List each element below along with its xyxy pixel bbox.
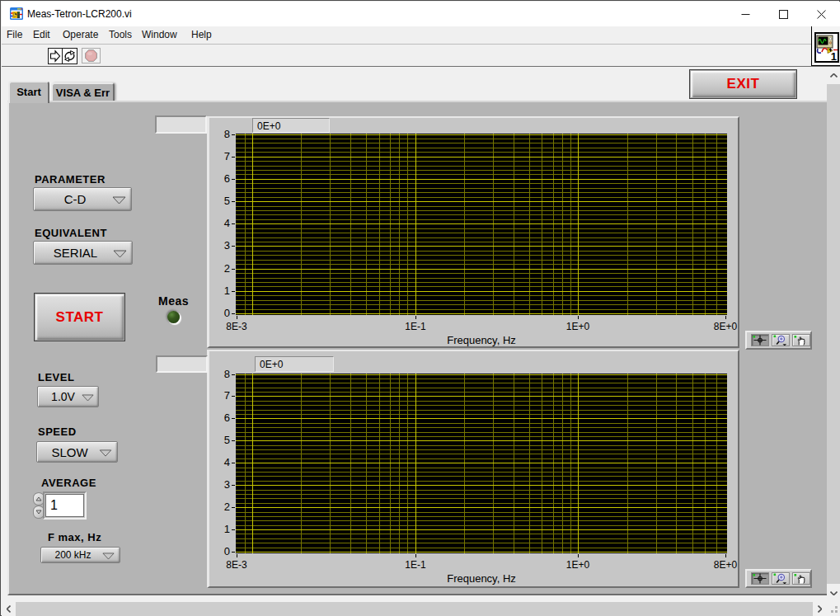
average-value: 1 [50, 498, 58, 513]
decrement-arrow-icon [35, 510, 42, 515]
upper-graph-xaxis-title: Frequency, Hz [432, 334, 531, 346]
chevron-up-icon [830, 73, 838, 78]
level-ring[interactable]: 1.0V [37, 386, 99, 407]
vertical-scroll-thumb[interactable] [827, 84, 840, 584]
lower-graph-xtickmark [415, 554, 416, 557]
run-arrow-icon [49, 49, 62, 63]
upper-graph-xtickmark [415, 316, 416, 319]
equivalent-label: EQUIVALENT [35, 227, 107, 239]
start-button[interactable]: START [34, 293, 125, 341]
dropdown-arrow-icon [102, 553, 115, 560]
close-button[interactable] [802, 2, 840, 26]
abort-button[interactable] [82, 48, 101, 63]
tab-start[interactable]: Start [8, 81, 49, 103]
upper-graph-ytick: 2 [210, 262, 230, 275]
upper-graph-indicator [155, 115, 207, 134]
toolbar [2, 45, 840, 67]
speed-ring[interactable]: SLOW [36, 441, 118, 463]
scroll-left-button[interactable] [2, 602, 16, 616]
meas-led[interactable] [167, 311, 180, 323]
upper-graph-ytick: 8 [210, 128, 230, 140]
upper-graph-ytick: 4 [210, 217, 230, 229]
crosshair-cursor-icon [752, 335, 768, 346]
lower-graph-plot-area[interactable] [236, 374, 727, 553]
lower-graph-ytick: 0 [210, 545, 230, 557]
menu-file[interactable]: File [7, 29, 22, 40]
upper-graph-ytickmark [232, 246, 235, 247]
run-button[interactable] [48, 48, 63, 64]
upper-graph-ytickmark [232, 269, 235, 270]
tab-page-start: PARAMETER C-D EQUIVALENT SERIAL START Me… [7, 101, 827, 595]
minimize-icon [741, 10, 750, 19]
upper-graph-ytickmark [232, 157, 235, 158]
minimize-button[interactable] [726, 2, 764, 26]
tab-visa-err[interactable]: VISA & Err [51, 82, 115, 101]
scroll-up-button[interactable] [827, 67, 840, 84]
upper-graph-ytick: 0 [210, 307, 230, 319]
fmax-ring[interactable]: 200 kHz [40, 547, 120, 563]
vertical-scrollbar[interactable] [827, 67, 840, 602]
lower-graph-xtick: 8E-3 [218, 559, 255, 571]
upper-graph-xtickmark [725, 316, 726, 319]
upper-graph-ytickmark [232, 291, 235, 292]
lower-graph-zoom-tool-button[interactable] [772, 572, 790, 585]
lower-graph-ytickmark [232, 485, 235, 486]
lower-graph-ytick: 3 [210, 478, 230, 491]
dropdown-arrow-icon [113, 250, 127, 258]
run-continuously-button[interactable] [62, 48, 77, 64]
menu-window[interactable]: Window [142, 29, 177, 40]
speed-label: SPEED [38, 426, 77, 438]
lower-graph-pan-tool-button[interactable] [792, 572, 810, 585]
scroll-down-button[interactable] [827, 584, 840, 602]
maximize-button[interactable] [764, 2, 802, 26]
upper-graph-cursor-value: 0E+0 [257, 120, 280, 132]
grip-dot [835, 610, 838, 613]
level-label: LEVEL [38, 371, 74, 383]
upper-graph-plot-area[interactable] [236, 134, 727, 315]
menu-edit[interactable]: Edit [33, 29, 50, 40]
upper-graph-ytickmark [232, 313, 235, 314]
vi-icon[interactable]: 1 [814, 32, 839, 63]
average-label: AVERAGE [41, 477, 96, 489]
zoom-magnifier-icon [772, 573, 789, 584]
upper-graph-cursor-tool-button[interactable] [751, 334, 769, 346]
chevron-right-icon [818, 605, 822, 613]
scroll-right-button[interactable] [813, 602, 827, 616]
lower-graph-xtickmark [578, 554, 579, 557]
upper-graph-xtickmark [237, 316, 237, 319]
chevron-down-icon [830, 591, 838, 595]
upper-graph-xtick: 1E-1 [397, 321, 434, 332]
labview-vi-window-icon [10, 7, 23, 21]
abort-octagon-icon [82, 49, 100, 63]
lower-graph-ytick: 2 [210, 501, 230, 513]
lower-graph-ytickmark [232, 374, 235, 375]
upper-graph-ytickmark [232, 223, 235, 224]
resize-grip[interactable] [827, 602, 840, 616]
lower-graph-xtick: 8E+0 [707, 559, 744, 571]
maximize-icon [779, 10, 788, 19]
horizontal-scroll-thumb[interactable] [16, 602, 813, 616]
dropdown-arrow-icon [112, 196, 126, 205]
equivalent-value: SERIAL [54, 246, 97, 260]
upper-graph-zoom-tool-button[interactable] [772, 334, 790, 346]
equivalent-ring[interactable]: SERIAL [33, 241, 133, 265]
titlebar: Meas-Tetron-LCR200.vi [2, 2, 840, 26]
exit-button[interactable]: EXIT [689, 69, 797, 99]
lower-graph-ytick: 8 [210, 368, 230, 380]
vi-icon-pane: 1 [811, 26, 840, 66]
lower-graph-palette [745, 569, 812, 588]
menu-tools[interactable]: Tools [109, 29, 132, 40]
upper-graph-xtickmark [578, 316, 579, 319]
lower-graph-cursor-tool-button[interactable] [751, 572, 769, 585]
parameter-ring[interactable]: C-D [33, 187, 132, 211]
menu-help[interactable]: Help [191, 29, 212, 40]
horizontal-scrollbar[interactable] [2, 602, 827, 616]
menu-operate[interactable]: Operate [63, 29, 98, 40]
lower-graph-ytickmark [232, 529, 235, 530]
average-input[interactable]: 1 [45, 494, 84, 517]
zoom-magnifier-icon [772, 335, 789, 346]
meas-label: Meas [158, 294, 189, 308]
close-icon [817, 10, 826, 19]
upper-graph-pan-tool-button[interactable] [792, 334, 810, 346]
window-title: Meas-Tetron-LCR200.vi [27, 8, 132, 20]
